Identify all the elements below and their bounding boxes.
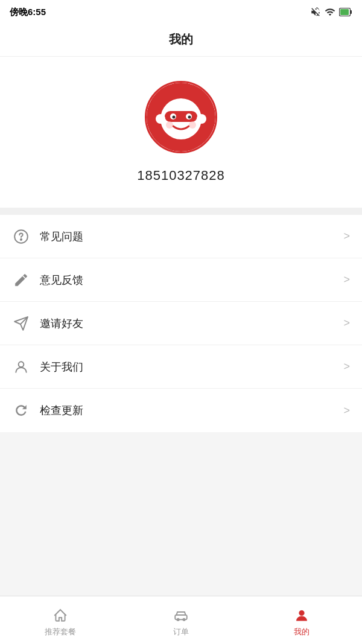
feedback-arrow: > (343, 273, 350, 286)
send-icon (12, 314, 30, 333)
mute-icon (310, 7, 321, 18)
update-label: 检查更新 (40, 403, 343, 418)
status-bar: 傍晚6:55 (0, 0, 362, 24)
svg-point-10 (166, 121, 173, 129)
svg-rect-5 (165, 111, 197, 122)
status-icons (310, 7, 352, 18)
svg-rect-1 (340, 9, 349, 15)
faq-label: 常见问题 (40, 229, 343, 244)
home-icon (52, 607, 69, 624)
profile-section: 18510327828 (0, 57, 362, 208)
status-time: 傍晚6:55 (10, 7, 46, 18)
svg-point-11 (189, 121, 196, 129)
section-divider (0, 208, 362, 215)
tab-bar: 推荐套餐 订单 我的 (0, 596, 362, 644)
menu-item-feedback[interactable]: 意见反馈 > (0, 258, 362, 302)
feedback-label: 意见反馈 (40, 273, 343, 287)
page-title: 我的 (169, 33, 193, 46)
avatar-svg (147, 83, 215, 151)
menu-item-invite[interactable]: 邀请好友 > (0, 302, 362, 345)
mine-icon (293, 607, 310, 624)
svg-point-20 (299, 610, 305, 616)
faq-arrow: > (343, 230, 350, 243)
menu-item-update[interactable]: 检查更新 > (0, 389, 362, 432)
battery-icon (339, 8, 352, 16)
svg-point-15 (21, 238, 22, 240)
wifi-icon (325, 7, 335, 18)
menu-list: 常见问题 > 意见反馈 > 邀请好友 > (0, 215, 362, 432)
car-icon (173, 607, 189, 624)
user-icon (12, 358, 30, 376)
refresh-icon (12, 401, 30, 419)
about-label: 关于我们 (40, 360, 343, 374)
about-arrow: > (343, 360, 350, 373)
avatar (145, 81, 217, 153)
svg-point-12 (156, 114, 165, 124)
tab-mine[interactable]: 我的 (241, 604, 362, 637)
menu-item-faq[interactable]: 常见问题 > (0, 215, 362, 258)
tab-home[interactable]: 推荐套餐 (0, 604, 121, 637)
tab-orders-label: 订单 (173, 626, 189, 637)
svg-point-8 (173, 116, 176, 119)
tab-orders[interactable]: 订单 (121, 604, 241, 637)
svg-point-16 (19, 362, 24, 367)
svg-rect-2 (351, 10, 352, 14)
tab-mine-label: 我的 (294, 626, 310, 637)
update-arrow: > (343, 404, 350, 417)
invite-arrow: > (343, 317, 350, 330)
edit-icon (12, 271, 30, 289)
menu-item-about[interactable]: 关于我们 > (0, 345, 362, 389)
main-content: 我的 (0, 24, 362, 480)
phone-number: 18510327828 (137, 168, 225, 183)
question-icon (12, 228, 30, 246)
svg-point-13 (197, 114, 206, 124)
tab-home-label: 推荐套餐 (45, 626, 76, 637)
page-header: 我的 (0, 24, 362, 57)
invite-label: 邀请好友 (40, 316, 343, 331)
svg-point-9 (188, 116, 191, 119)
